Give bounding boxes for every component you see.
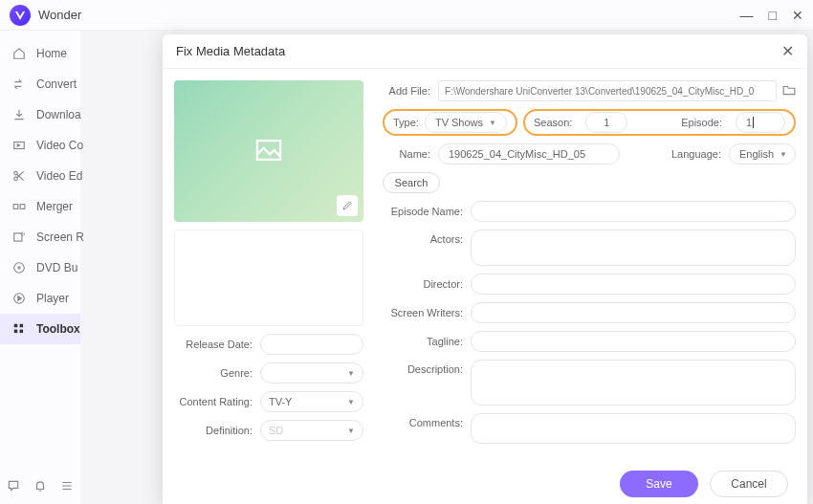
add-file-label: Add File: — [383, 85, 438, 97]
definition-select[interactable]: SD▼ — [260, 420, 363, 441]
type-label: Type: — [393, 117, 425, 128]
window-close-button[interactable]: ✕ — [792, 9, 803, 22]
screen-writers-label: Screen Writers: — [383, 307, 471, 318]
definition-label: Definition: — [174, 425, 260, 436]
type-select[interactable]: TV Shows▼ — [425, 112, 507, 133]
episode-input[interactable]: 1 — [736, 112, 785, 133]
genre-label: Genre: — [174, 367, 260, 379]
sidebar-item-dvd-burner[interactable]: DVD Bu — [0, 252, 80, 283]
svg-rect-12 — [14, 330, 18, 334]
comments-input[interactable] — [471, 413, 796, 444]
search-button[interactable]: Search — [383, 172, 440, 193]
screen-writers-input[interactable] — [471, 302, 796, 323]
modal-close-button[interactable]: ✕ — [781, 42, 794, 60]
sidebar-item-video-editor[interactable]: Video Ed — [0, 161, 80, 191]
content-rating-select[interactable]: TV-Y▼ — [260, 391, 363, 412]
chevron-down-icon: ▼ — [489, 119, 496, 127]
app-title: Wonder — [38, 8, 81, 22]
sidebar-item-downloader[interactable]: Downloa — [0, 99, 80, 130]
home-icon — [11, 46, 27, 61]
notifications-icon[interactable] — [33, 479, 47, 495]
play-icon — [11, 291, 27, 306]
svg-point-8 — [18, 267, 20, 269]
bottom-bar — [0, 470, 80, 504]
feedback-icon[interactable] — [7, 479, 20, 495]
comments-label: Comments: — [383, 413, 471, 428]
svg-rect-13 — [20, 330, 23, 334]
tagline-input[interactable] — [471, 331, 796, 352]
actors-input[interactable] — [471, 230, 796, 266]
sidebar-item-screen-recorder[interactable]: Screen R — [0, 222, 80, 252]
episode-name-input[interactable] — [471, 201, 796, 222]
svg-rect-4 — [20, 205, 25, 209]
settings-icon[interactable] — [60, 479, 74, 495]
cancel-button[interactable]: Cancel — [710, 471, 788, 497]
chevron-down-icon: ▼ — [780, 150, 787, 159]
modal-title: Fix Media Metadata — [176, 44, 285, 58]
director-input[interactable] — [471, 274, 796, 295]
fix-metadata-modal: Fix Media Metadata ✕ Release Date: Genre… — [163, 34, 807, 504]
chevron-down-icon: ▼ — [347, 398, 355, 406]
svg-rect-5 — [14, 233, 22, 241]
browse-folder-button[interactable] — [782, 84, 796, 98]
svg-point-7 — [14, 263, 25, 274]
app-logo — [10, 5, 31, 26]
svg-rect-11 — [20, 324, 23, 328]
season-label: Season: — [534, 117, 580, 128]
save-button[interactable]: Save — [620, 471, 698, 497]
maximize-button[interactable]: □ — [769, 9, 777, 22]
add-file-path[interactable]: F:\Wondershare UniConverter 13\Converted… — [438, 80, 777, 101]
description-label: Description: — [383, 360, 471, 375]
chevron-down-icon: ▼ — [347, 427, 355, 435]
actors-label: Actors: — [383, 230, 471, 245]
sidebar: Home Convert Downloa Video Co Video Ed M… — [0, 31, 80, 504]
sidebar-item-player[interactable]: Player — [0, 283, 80, 314]
type-highlight: Type: TV Shows▼ — [383, 109, 517, 136]
svg-rect-3 — [13, 205, 18, 209]
convert-icon — [11, 77, 27, 92]
name-input[interactable]: 190625_04_CityMisc_HD_05 — [438, 143, 620, 164]
director-label: Director: — [383, 278, 471, 290]
disc-icon — [11, 260, 27, 275]
secondary-panel — [174, 230, 363, 326]
season-input[interactable]: 1 — [585, 112, 627, 133]
minimize-button[interactable]: — — [740, 9, 754, 22]
download-icon — [11, 107, 27, 122]
genre-select[interactable]: ▼ — [260, 362, 363, 383]
language-select[interactable]: English▼ — [729, 143, 796, 164]
tagline-label: Tagline: — [383, 336, 471, 347]
record-icon — [11, 230, 27, 245]
merger-icon — [11, 199, 27, 214]
image-placeholder-icon — [255, 140, 282, 164]
titlebar: Wonder — □ ✕ — [0, 0, 813, 31]
release-date-input[interactable] — [260, 334, 363, 355]
sidebar-item-toolbox[interactable]: Toolbox — [0, 314, 80, 344]
artwork-thumbnail — [174, 80, 363, 222]
content-rating-label: Content Rating: — [174, 396, 260, 407]
name-label: Name: — [383, 148, 438, 160]
sidebar-item-merger[interactable]: Merger — [0, 191, 80, 222]
sidebar-item-home[interactable]: Home — [0, 38, 80, 69]
language-label: Language: — [671, 148, 729, 160]
content-area: NEW tor data etadata CD. Fix Media Metad… — [80, 31, 813, 504]
release-date-label: Release Date: — [174, 339, 260, 350]
season-episode-highlight: Season: 1 Episode: 1 — [523, 109, 796, 136]
episode-label: Episode: — [681, 117, 730, 128]
compress-icon — [11, 138, 27, 153]
description-input[interactable] — [471, 360, 796, 405]
edit-artwork-button[interactable] — [337, 195, 358, 216]
svg-rect-10 — [14, 324, 18, 328]
scissors-icon — [11, 168, 27, 184]
sidebar-item-converter[interactable]: Convert — [0, 69, 80, 99]
episode-name-label: Episode Name: — [383, 206, 471, 217]
sidebar-item-video-compressor[interactable]: Video Co — [0, 130, 80, 161]
toolbox-icon — [11, 321, 27, 337]
chevron-down-icon: ▼ — [347, 369, 355, 378]
